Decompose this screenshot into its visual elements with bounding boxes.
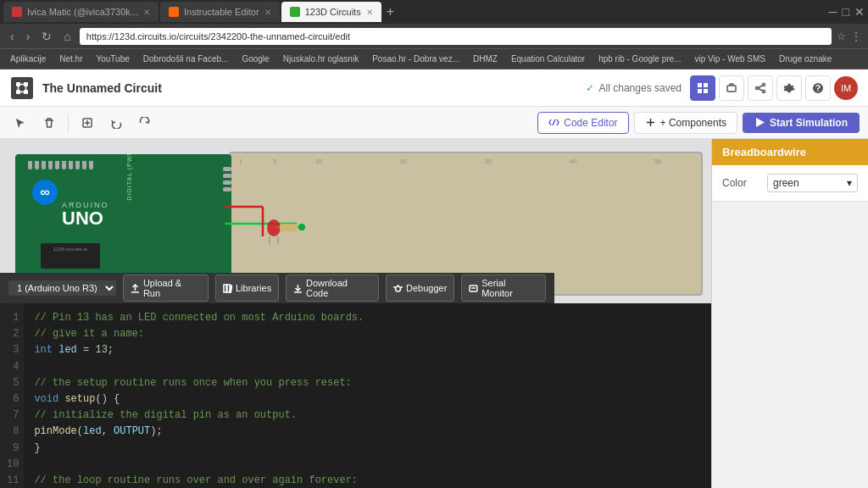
tab-bar: Ivica Matic (@ivica3730k... ✕ Instructab… [0, 0, 868, 24]
component-panel-button[interactable] [719, 75, 744, 101]
cursor-icon [14, 117, 26, 129]
debugger-label: Debugger [406, 283, 447, 293]
svg-rect-3 [24, 90, 28, 94]
ic-label: 1234-circuits.io [41, 243, 100, 252]
component-icon [726, 82, 737, 94]
code-line[interactable]: // the setup routine runs once when you … [34, 375, 467, 391]
bookmark-equation[interactable]: Equation Calculator [508, 53, 588, 65]
code-line[interactable]: // the loop routine runs over and over a… [34, 473, 467, 488]
code-line[interactable]: pinMode(led, OUTPUT); [34, 424, 467, 440]
code-line[interactable]: // Pin 13 has an LED connected on most A… [34, 310, 467, 326]
bookmark-google[interactable]: Google [238, 53, 272, 65]
download-code-button[interactable]: Download Code [286, 274, 379, 302]
tab-instructable[interactable]: Instructable Editor ✕ [160, 2, 280, 22]
line-number: 10 [7, 457, 19, 473]
tab-ivica[interactable]: Ivica Matic (@ivica3730k... ✕ [3, 2, 159, 22]
bookmark-druge[interactable]: Druge oznake [776, 53, 835, 65]
help-button[interactable] [805, 75, 831, 101]
bottom-right-buttons: Libraries Download Code [215, 274, 546, 302]
bookmark-posao[interactable]: Posao.hr - Dobra vez... [369, 53, 463, 65]
maximize-button[interactable]: □ [843, 5, 849, 19]
pin [42, 161, 46, 169]
code-editor[interactable]: 1234567891011121314 // Pin 13 has an LED… [0, 303, 711, 488]
properties-panel: Breadboardwire Color green ▾ [711, 139, 868, 488]
redo-icon [139, 117, 151, 129]
close-tab-instructable[interactable]: ✕ [264, 8, 271, 17]
code-line[interactable]: void setup() { [34, 391, 467, 408]
pin [75, 161, 80, 169]
home-button[interactable]: ⌂ [60, 28, 74, 45]
pin [62, 161, 66, 169]
debugger-button[interactable]: Debugger [386, 274, 454, 302]
undo-icon [110, 117, 122, 129]
code-line[interactable]: // initialize the digital pin as an outp… [34, 408, 467, 424]
extensions-button[interactable]: ⋮ [851, 30, 861, 42]
circuit-canvas[interactable]: 1 5 10 20 30 40 50 // Dots rendered via … [0, 139, 711, 303]
delete-tool[interactable] [37, 111, 61, 135]
upload-run-button[interactable]: Upload & Run [123, 274, 209, 302]
pin-r [223, 174, 231, 178]
bookmark-hpb[interactable]: hpb rib - Google pre... [595, 53, 684, 65]
minimize-button[interactable]: ─ [829, 5, 837, 19]
debugger-icon [393, 284, 403, 293]
settings-button[interactable] [776, 75, 802, 101]
redo-tool[interactable] [133, 111, 157, 135]
code-editor-button[interactable]: Code Editor [537, 112, 628, 134]
color-selector[interactable]: green ▾ [767, 174, 858, 192]
undo-tool[interactable] [104, 111, 128, 135]
close-tab-ivica[interactable]: ✕ [143, 8, 150, 17]
svg-rect-1 [24, 82, 28, 86]
serial-monitor-button[interactable]: Serial Monitor [461, 274, 546, 302]
bookmark-nethr[interactable]: Net.hr [56, 53, 86, 65]
add-components-label: + Components [660, 117, 726, 129]
forward-button[interactable]: › [23, 28, 34, 45]
user-avatar[interactable]: IM [834, 76, 858, 100]
saved-text: All changes saved [599, 82, 682, 94]
bookmark-dobrodosli[interactable]: Dobrodošli na Faceb... [140, 53, 232, 65]
line-number: 5 [7, 375, 19, 391]
libraries-icon [223, 284, 232, 293]
cursor-tool[interactable] [8, 111, 32, 135]
line-number: 2 [7, 326, 19, 342]
code-lines[interactable]: // Pin 13 has an LED connected on most A… [24, 303, 477, 488]
bookmark-dhmz[interactable]: DHMZ [470, 53, 501, 65]
url-input[interactable] [80, 28, 832, 45]
grid-view-button[interactable] [690, 75, 715, 101]
svg-text:40: 40 [570, 158, 576, 164]
code-line[interactable] [34, 359, 467, 375]
address-bar: ‹ › ↻ ⌂ ☆ ⋮ [0, 24, 868, 49]
tab-123d[interactable]: 123D Circuits ✕ [281, 2, 381, 22]
share-button[interactable] [748, 75, 773, 101]
bookmark-star[interactable]: ☆ [837, 30, 846, 42]
reload-button[interactable]: ↻ [38, 28, 55, 45]
bookmark-aplikacije[interactable]: Aplikacije [7, 53, 49, 65]
pin [48, 161, 53, 169]
code-line[interactable] [34, 457, 467, 473]
close-window-button[interactable]: ✕ [854, 5, 865, 19]
libraries-button[interactable]: Libraries [215, 274, 279, 302]
add-component-icon [81, 117, 93, 129]
arduino-uno-brand: ARDUINO UNO [62, 201, 109, 228]
start-simulation-button[interactable]: Start Simulation [743, 113, 860, 133]
color-row: Color green ▾ [712, 165, 868, 202]
code-line[interactable]: int led = 13; [34, 342, 467, 358]
new-tab-button[interactable]: + [387, 4, 394, 19]
close-tab-123d[interactable]: ✕ [366, 8, 373, 17]
pin-r [223, 167, 231, 171]
svg-line-55 [401, 286, 403, 287]
pin [28, 161, 32, 169]
add-components-button[interactable]: + Components [634, 112, 737, 134]
board-selector[interactable]: 1 (Arduino Uno R3) [8, 280, 116, 296]
back-button[interactable]: ‹ [7, 28, 18, 45]
add-component-tool[interactable] [75, 111, 99, 135]
code-line[interactable]: // give it a name: [34, 326, 467, 342]
code-line[interactable]: } [34, 441, 467, 457]
bookmark-youtube[interactable]: YouTube [92, 53, 132, 65]
bookmark-vip[interactable]: vip Vip - Web SMS [691, 53, 769, 65]
bookmark-njuskalo[interactable]: Njuskalo.hr oglasnik [280, 53, 363, 65]
circuit-bottom-bar: 1 (Arduino Uno R3) Upload & Run [0, 273, 554, 303]
svg-text:10: 10 [315, 158, 322, 164]
svg-point-16 [763, 83, 765, 86]
code-content: 1234567891011121314 // Pin 13 has an LED… [0, 303, 711, 488]
svg-text:1: 1 [239, 158, 242, 164]
